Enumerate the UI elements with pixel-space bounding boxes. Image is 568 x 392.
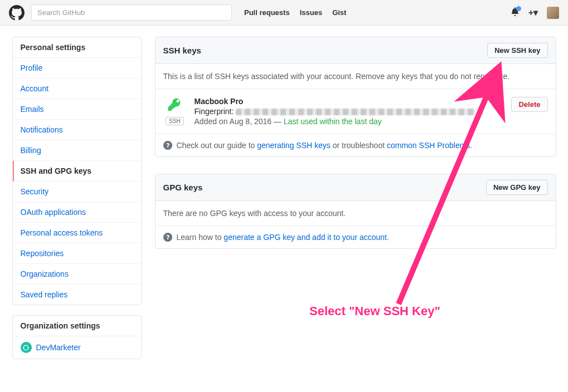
question-icon [163, 233, 172, 242]
sidebar-item-ssh-and-gpg-keys[interactable]: SSH and GPG keys [13, 161, 141, 182]
sidebar-item-security[interactable]: Security [13, 182, 141, 202]
added-date: Aug 8, 2016 [230, 117, 272, 126]
org-name: DevMarketer [36, 343, 81, 352]
ssh-intro: This is a list of SSH keys associated wi… [156, 64, 556, 89]
ssh-key-meta: Added on Aug 8, 2016 — Last used within … [195, 117, 504, 126]
search-box [31, 4, 232, 21]
added-prefix: Added on [195, 117, 230, 126]
header-nav: Pull requests Issues Gist [244, 8, 346, 17]
common-ssh-problems-link[interactable]: common SSH Problems [387, 141, 470, 150]
svg-point-1 [23, 347, 25, 348]
org-settings-header: Organization settings [13, 316, 141, 336]
sidebar-item-notifications[interactable]: Notifications [13, 120, 141, 140]
ssh-key-info: Macbook Pro Fingerprint: Added on Aug 8,… [195, 97, 504, 126]
fingerprint-redacted [236, 109, 475, 115]
user-avatar[interactable] [547, 7, 559, 19]
generating-ssh-keys-link[interactable]: generating SSH keys [257, 141, 331, 150]
generate-gpg-key-link[interactable]: generate a GPG key and add it to your ac… [224, 233, 387, 242]
global-header: Pull requests Issues Gist +▾ [0, 0, 568, 26]
sidebar-item-oauth-applications[interactable]: OAuth applications [13, 202, 141, 223]
sidebar-item-repositories[interactable]: Repositories [13, 243, 141, 264]
ssh-key-row: SSH Macbook Pro Fingerprint: Added on Au… [156, 89, 556, 134]
last-used: Last used within the last day [284, 117, 382, 126]
new-ssh-key-button[interactable]: New SSH key [487, 43, 547, 58]
guide-suffix: . [470, 141, 472, 150]
sidebar-item-saved-replies[interactable]: Saved replies [13, 285, 141, 305]
notifications-button[interactable] [511, 7, 520, 18]
delete-ssh-key-button[interactable]: Delete [511, 97, 547, 112]
guide-mid: or troubleshoot [331, 141, 387, 150]
create-new-button[interactable]: +▾ [528, 7, 538, 18]
ssh-key-fingerprint: Fingerprint: [195, 107, 504, 116]
org-avatar-icon [21, 342, 32, 353]
ssh-tag: SSH [166, 117, 184, 125]
key-icon [167, 97, 183, 114]
org-item-devmarketer[interactable]: DevMarketer [13, 336, 141, 359]
nav-gist[interactable]: Gist [332, 8, 346, 17]
gpg-panel-header: GPG keys New GPG key [156, 174, 556, 201]
notification-dot-icon [516, 6, 521, 11]
learn-prefix: Learn how to [177, 233, 224, 242]
personal-settings-menu: Personal settings ProfileAccountEmailsNo… [12, 37, 142, 305]
gpg-learn-footer: Learn how to generate a GPG key and add … [156, 226, 556, 248]
sidebar-item-personal-access-tokens[interactable]: Personal access tokens [13, 223, 141, 243]
ssh-guide-footer: Check out our guide to generating SSH ke… [156, 134, 556, 156]
org-settings-menu: Organization settings DevMarketer [12, 315, 142, 359]
nav-pull-requests[interactable]: Pull requests [244, 8, 290, 17]
main-content: SSH keys New SSH key This is a list of S… [155, 37, 556, 369]
sidebar-item-organizations[interactable]: Organizations [13, 264, 141, 285]
ssh-guide-text: Check out our guide to generating SSH ke… [177, 141, 473, 150]
gpg-learn-text: Learn how to generate a GPG key and add … [177, 233, 389, 242]
sidebar-item-account[interactable]: Account [13, 79, 141, 99]
github-logo[interactable] [9, 5, 25, 21]
learn-suffix: . [387, 233, 389, 242]
header-right: +▾ [511, 7, 559, 19]
svg-point-2 [27, 347, 28, 348]
gpg-title: GPG keys [163, 183, 203, 192]
gpg-empty: There are no GPG keys with access to you… [156, 201, 556, 226]
page-content: Personal settings ProfileAccountEmailsNo… [6, 26, 563, 391]
new-gpg-key-button[interactable]: New GPG key [486, 180, 548, 195]
gpg-keys-panel: GPG keys New GPG key There are no GPG ke… [155, 174, 556, 249]
nav-issues[interactable]: Issues [300, 8, 322, 17]
ssh-key-icon-col: SSH [163, 97, 187, 125]
fingerprint-label: Fingerprint: [195, 107, 234, 116]
ssh-keys-panel: SSH keys New SSH key This is a list of S… [155, 37, 556, 157]
sidebar-item-emails[interactable]: Emails [13, 99, 141, 120]
sidebar: Personal settings ProfileAccountEmailsNo… [12, 37, 142, 369]
search-input[interactable] [31, 4, 232, 21]
ssh-title: SSH keys [163, 46, 201, 55]
personal-settings-header: Personal settings [13, 37, 141, 58]
meta-separator: — [271, 117, 284, 126]
question-icon [163, 141, 172, 150]
sidebar-item-billing[interactable]: Billing [13, 140, 141, 161]
ssh-key-name: Macbook Pro [195, 97, 504, 106]
ssh-panel-header: SSH keys New SSH key [156, 37, 556, 64]
sidebar-item-profile[interactable]: Profile [13, 58, 141, 79]
guide-prefix: Check out our guide to [177, 141, 258, 150]
